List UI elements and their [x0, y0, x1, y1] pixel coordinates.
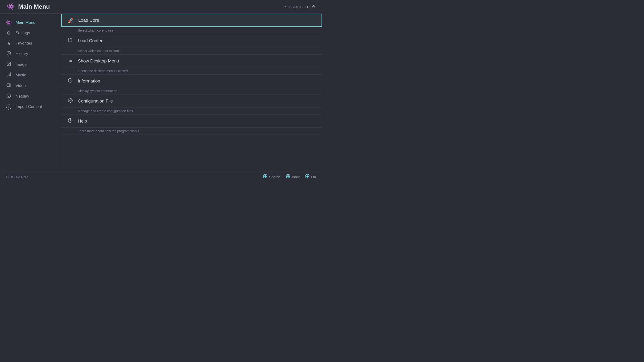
search-button-icon [263, 174, 267, 180]
ok-button-icon [305, 174, 310, 180]
load-core-icon: 🚀 [68, 18, 74, 23]
svg-point-19 [70, 100, 71, 101]
sidebar-item-label: Music [16, 73, 26, 78]
version-label: 1.8.8 - No Core [6, 175, 28, 179]
music-icon [6, 72, 12, 78]
menu-item-label: Show Desktop Menu [78, 58, 119, 64]
information-icon [67, 78, 74, 84]
search-button-label: Search [269, 175, 280, 179]
sidebar-item-import-content[interactable]: + Import Content [0, 102, 61, 112]
header-left: 👾 Main Menu [6, 3, 50, 10]
svg-point-25 [265, 176, 267, 178]
sidebar-item-video[interactable]: Video [0, 80, 61, 91]
main-layout: 👾 Main Menu ⚙ Settings ★ Favorites Histo… [0, 14, 322, 172]
load-content-icon [67, 38, 74, 44]
back-button-icon [286, 174, 290, 180]
menu-item-label: Help [78, 118, 87, 124]
history-icon [6, 51, 12, 57]
back-button-label: Back [292, 175, 300, 179]
sidebar-item-label: Main Menu [16, 20, 35, 25]
sidebar-item-settings[interactable]: ⚙ Settings [0, 28, 61, 38]
svg-point-3 [7, 75, 8, 76]
show-desktop-menu-icon [67, 58, 74, 64]
app-logo-icon: 👾 [6, 3, 15, 10]
sidebar-item-main-menu[interactable]: 👾 Main Menu [0, 18, 61, 28]
main-menu-icon: 👾 [6, 20, 12, 26]
sidebar-item-history[interactable]: History [0, 48, 61, 59]
svg-point-29 [288, 176, 290, 178]
ok-button[interactable]: OK [305, 174, 316, 180]
sidebar-item-label: Favorites [16, 41, 32, 46]
settings-icon: ⚙ [6, 30, 12, 36]
menu-item-desc-configuration-file: Manage and create configuration files. [61, 108, 322, 115]
sidebar: 👾 Main Menu ⚙ Settings ★ Favorites Histo… [0, 14, 61, 172]
import-content-icon: + [6, 104, 12, 110]
menu-item-information[interactable]: Information [61, 75, 322, 88]
menu-item-label: Configuration File [78, 98, 113, 104]
page-title: Main Menu [18, 3, 50, 10]
netplay-icon [6, 93, 12, 99]
footer-buttons: Search Back OK [263, 174, 316, 180]
sidebar-item-music[interactable]: Music [0, 70, 61, 80]
menu-item-label: Load Core [78, 18, 99, 23]
sidebar-item-netplay[interactable]: Netplay [0, 91, 61, 102]
video-icon [6, 83, 12, 88]
svg-point-2 [8, 63, 8, 64]
header: 👾 Main Menu 06-08-2020 20:13 ⏱ [0, 0, 322, 14]
sidebar-item-label: Netplay [16, 94, 29, 99]
sidebar-item-label: Video [16, 84, 26, 88]
footer: 1.8.8 - No Core Search [0, 172, 322, 181]
svg-rect-5 [7, 84, 10, 86]
image-icon [6, 62, 12, 68]
menu-item-help[interactable]: Help [61, 115, 322, 128]
search-button[interactable]: Search [263, 174, 280, 180]
help-icon [67, 118, 74, 124]
menu-item-desc-information: Display system information. [61, 88, 322, 95]
datetime-text: 06-08-2020 20:13 [283, 5, 310, 9]
svg-point-33 [307, 176, 309, 178]
ok-button-label: OK [311, 175, 316, 179]
svg-point-7 [7, 94, 11, 98]
menu-item-desc-load-content: Select which content to start. [61, 47, 322, 55]
menu-item-desc-load-core: Select which core to use. [61, 27, 322, 34]
datetime-display: 06-08-2020 20:13 ⏱ [283, 5, 316, 9]
sidebar-item-favorites[interactable]: ★ Favorites [0, 38, 61, 48]
menu-item-label: Load Content [78, 38, 105, 43]
menu-item-label: Information [78, 78, 100, 84]
sidebar-item-label: History [16, 52, 28, 56]
menu-item-desc-help: Learn more about how the program works. [61, 128, 322, 135]
svg-point-4 [10, 75, 10, 76]
content-area: 🚀 Load Core Select which core to use. Lo… [61, 14, 322, 172]
menu-item-load-core[interactable]: 🚀 Load Core [61, 14, 322, 27]
menu-item-load-content[interactable]: Load Content [61, 34, 322, 47]
menu-item-configuration-file[interactable]: Configuration File [61, 95, 322, 108]
sidebar-item-label: Image [16, 62, 27, 67]
configuration-file-icon [67, 98, 74, 104]
favorites-icon: ★ [6, 40, 12, 46]
clock-icon: ⏱ [312, 5, 316, 9]
sidebar-item-image[interactable]: Image [0, 59, 61, 70]
menu-item-show-desktop-menu[interactable]: Show Desktop Menu [61, 55, 322, 68]
sidebar-item-label: Import Content [16, 104, 42, 109]
back-button[interactable]: Back [286, 174, 300, 180]
sidebar-item-label: Settings [16, 31, 30, 35]
menu-item-desc-show-desktop-menu: Opens the desktop menu if closed. [61, 68, 322, 75]
